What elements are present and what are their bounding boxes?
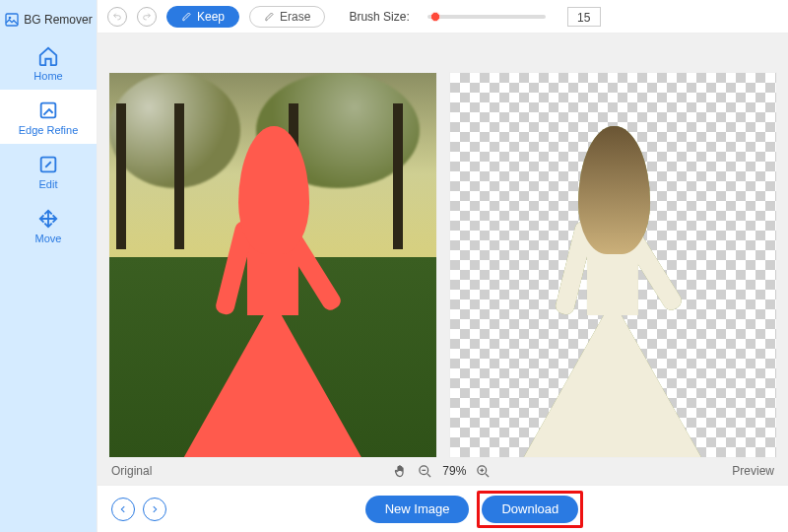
move-icon (37, 208, 59, 230)
edge-refine-icon (37, 100, 59, 121)
sidebar: BG Remover Home Edge Refine Edit Move (0, 0, 97, 532)
sidebar-item-edit[interactable]: Edit (0, 144, 97, 198)
zoom-value: 79% (442, 464, 466, 478)
undo-icon (112, 12, 122, 22)
brand: BG Remover (4, 8, 92, 35)
home-icon (37, 45, 59, 67)
sidebar-item-home[interactable]: Home (0, 35, 97, 90)
redo-icon (142, 12, 152, 22)
zoom-bar: Original 79% Preview (98, 457, 788, 485)
chevron-right-icon (150, 504, 160, 514)
preview-label: Preview (732, 464, 774, 478)
preview-panel[interactable] (450, 73, 777, 457)
toolbar: Keep Erase Brush Size: 15 (98, 0, 788, 33)
app-logo-icon (4, 12, 20, 28)
zoom-out-icon[interactable] (418, 464, 432, 479)
slider-thumb[interactable] (430, 12, 440, 22)
svg-point-1 (9, 17, 12, 20)
erase-label: Erase (280, 10, 310, 24)
eraser-icon (264, 11, 276, 23)
new-image-button[interactable]: New Image (365, 496, 470, 523)
undo-button[interactable] (107, 7, 127, 27)
redo-button[interactable] (137, 7, 157, 27)
pan-hand-icon[interactable] (393, 464, 408, 479)
brush-size-slider[interactable] (427, 15, 546, 19)
zoom-in-icon[interactable] (476, 464, 491, 479)
original-label: Original (111, 464, 152, 478)
sidebar-item-move[interactable]: Move (0, 198, 97, 252)
erase-button[interactable]: Erase (249, 6, 325, 28)
main: Keep Erase Brush Size: 15 (97, 0, 788, 532)
svg-rect-0 (6, 14, 18, 26)
sidebar-item-edge-refine[interactable]: Edge Refine (0, 90, 97, 144)
bottom-bar: New Image Download (98, 485, 788, 532)
sidebar-item-label: Move (35, 233, 62, 244)
keep-button[interactable]: Keep (166, 6, 239, 28)
sidebar-item-label: Edit (39, 178, 58, 190)
next-image-button[interactable] (143, 498, 166, 521)
brand-name: BG Remover (24, 13, 92, 27)
canvas-area (98, 33, 788, 457)
slider-track (427, 15, 546, 19)
brush-size-value[interactable]: 15 (567, 7, 601, 27)
zoom-controls: 79% (393, 464, 491, 479)
prev-image-button[interactable] (111, 498, 135, 521)
original-image (109, 73, 436, 457)
cutout-image (528, 119, 697, 457)
download-highlight: Download (477, 491, 583, 528)
keep-label: Keep (197, 10, 225, 24)
download-button[interactable]: Download (482, 496, 578, 523)
sidebar-item-label: Home (33, 70, 62, 82)
chevron-left-icon (118, 504, 128, 514)
brush-icon (181, 11, 193, 23)
original-panel[interactable] (109, 73, 436, 457)
sidebar-item-label: Edge Refine (19, 124, 79, 136)
brush-size-label: Brush Size: (349, 10, 409, 24)
edit-icon (37, 154, 59, 175)
